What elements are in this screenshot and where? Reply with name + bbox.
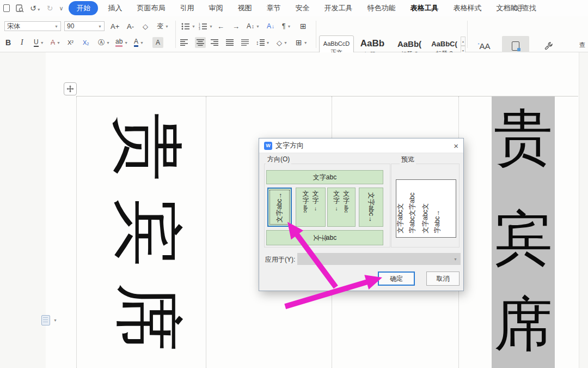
text-direction-dialog: W 文字方向 × 方向(O) 文字abc 文字abc→ 文字 abc 文字 ↓ … xyxy=(259,138,464,291)
highlight-color-button[interactable]: ab ▼ xyxy=(115,37,128,48)
wps-logo-icon: W xyxy=(264,142,272,150)
align-left-button[interactable] xyxy=(180,37,188,48)
styles-scroll-up-icon[interactable]: ▲ xyxy=(461,37,465,46)
edge-cropped-button[interactable]: 查 xyxy=(579,39,585,50)
aa-glyph: AA xyxy=(480,41,491,51)
justify-button[interactable] xyxy=(226,37,234,48)
selected-table-cell[interactable]: 贵 宾 席 xyxy=(492,96,555,368)
selected-char: 宾 xyxy=(492,201,555,277)
rotated-text-block[interactable]: 贵 宾 席 xyxy=(105,107,188,358)
dialog-titlebar[interactable]: W 文字方向 × xyxy=(259,138,463,153)
preview-column: 字abc文字abc xyxy=(409,192,416,233)
down-arrow-icon: ↓ xyxy=(311,206,320,212)
tab-special-features[interactable]: 特色功能 xyxy=(362,2,400,15)
redo-button[interactable]: ↻ xyxy=(47,4,53,12)
tab-view[interactable]: 视图 xyxy=(232,2,256,15)
insert-table-icon[interactable]: ⊞ xyxy=(300,21,307,32)
shading-button[interactable]: ◇ ▼ xyxy=(277,37,287,48)
vertical-cjk: 文字 xyxy=(312,190,320,204)
menu-bar: ↺▼ ↻ ∨ 开始 插入 页面布局 引用 审阅 视图 章节 安全 开发工具 特色… xyxy=(0,0,588,17)
sort-button[interactable]: A ↓ xyxy=(267,21,274,32)
caret-icon: ▼ xyxy=(284,41,287,45)
down-arrow-icon: → xyxy=(367,216,375,222)
caret-icon: ▼ xyxy=(54,25,58,28)
align-left-icon xyxy=(180,39,188,46)
font-name-value: 宋体 xyxy=(7,22,20,31)
file-icon[interactable] xyxy=(3,4,10,12)
caret-icon: ▼ xyxy=(165,25,169,28)
increase-indent-icon[interactable]: → xyxy=(232,21,240,32)
option-vertical-rl[interactable]: 文字 abc 文字 ↓ xyxy=(296,188,326,227)
font-size-select[interactable]: 90 ▼ xyxy=(64,21,105,31)
updown-icon: ↕ xyxy=(252,23,254,29)
apply-to-select[interactable]: ▼ xyxy=(297,253,461,265)
borders-button[interactable]: ⊞ ▼ xyxy=(296,37,308,48)
style-sample: AaBbCcD xyxy=(320,40,353,47)
caret-icon: ▼ xyxy=(304,41,308,45)
distribute-button[interactable] xyxy=(241,37,249,48)
option-horizontal[interactable]: 文字abc xyxy=(266,170,383,184)
grow-font-button[interactable]: A+ xyxy=(111,21,119,32)
print-preview-icon[interactable] xyxy=(16,4,24,13)
tab-references[interactable]: 引用 xyxy=(175,2,199,15)
customize-toolbar-button[interactable]: ∨ xyxy=(59,4,63,12)
subscript-button[interactable]: X₂ xyxy=(83,37,89,48)
caret-icon: ▼ xyxy=(256,25,260,28)
cancel-button[interactable]: 取消 xyxy=(426,272,460,286)
rotated-char: 席 xyxy=(106,275,187,359)
selected-char: 席 xyxy=(492,287,555,363)
bullets-button[interactable]: ▼ xyxy=(181,21,195,32)
option-vertical-lr[interactable]: 文字 ↓ 文字 abc xyxy=(327,188,356,227)
tab-home[interactable]: 开始 xyxy=(69,1,98,15)
tab-page-layout[interactable]: 页面布局 xyxy=(132,2,170,15)
dialog-title: 文字方向 xyxy=(275,141,304,150)
shrink-font-button[interactable]: A- xyxy=(127,21,134,32)
superscript-button[interactable]: X² xyxy=(68,37,74,48)
tab-security[interactable]: 安全 xyxy=(290,2,314,15)
text-effects-button[interactable]: Ⓐ ▼ xyxy=(98,37,110,48)
font-name-select[interactable]: 宋体 ▼ xyxy=(4,21,61,31)
decrease-indent-icon[interactable]: ← xyxy=(217,21,224,32)
option-rotate-down[interactable]: 文字abc→ xyxy=(359,188,383,227)
phonetic-guide-button[interactable]: 变 ▼ xyxy=(157,21,169,32)
text-direction-button[interactable]: A ↕ ▼ xyxy=(247,21,260,32)
page-settings-button[interactable]: ▼ xyxy=(41,315,57,325)
option-asian-rotated[interactable]: 文 字 abc xyxy=(266,230,383,245)
preview-column: 文字abc文 xyxy=(422,203,429,233)
tab-table-style[interactable]: 表格样式 xyxy=(448,2,486,15)
strikethrough-button[interactable]: A ▼ xyxy=(51,37,60,48)
italic-button[interactable]: I xyxy=(21,37,23,48)
justify-icon xyxy=(226,39,234,46)
bold-button[interactable]: B xyxy=(5,37,11,48)
align-right-button[interactable] xyxy=(211,37,218,48)
find-button[interactable]: 查找 xyxy=(513,0,536,16)
caret-icon: ▼ xyxy=(106,41,110,45)
underline-button[interactable]: U ▼ xyxy=(34,37,44,48)
tab-developer[interactable]: 开发工具 xyxy=(319,2,357,15)
phonetic-icon: 变 xyxy=(157,22,163,31)
tab-review[interactable]: 审阅 xyxy=(204,2,228,15)
style-sample: AaBbC( xyxy=(429,40,460,48)
font-color-icon: A xyxy=(134,38,138,47)
tab-insert[interactable]: 插入 xyxy=(103,2,127,15)
style-sample: AaBb xyxy=(355,38,390,49)
close-icon[interactable]: × xyxy=(454,142,458,150)
caret-icon: ▼ xyxy=(209,25,213,28)
direction-group-label: 方向(O) xyxy=(266,155,291,164)
tab-section[interactable]: 章节 xyxy=(261,2,285,15)
table-move-handle[interactable] xyxy=(64,82,77,95)
undo-button[interactable]: ↺▼ xyxy=(30,4,41,13)
align-center-button[interactable] xyxy=(195,37,206,48)
line-spacing-button[interactable]: ↕ ▼ xyxy=(256,37,270,48)
numbering-button[interactable]: 123 ▼ xyxy=(199,21,213,32)
font-color-button[interactable]: A ▼ xyxy=(134,37,144,48)
tab-table-tools[interactable]: 表格工具 xyxy=(405,2,443,15)
character-shading-button[interactable]: A xyxy=(152,37,163,48)
bullets-icon xyxy=(181,23,190,30)
paragraph-spacing-button[interactable]: ¶ ▼ xyxy=(282,21,291,32)
option-rotate-up-selected[interactable]: 文字abc→ xyxy=(267,188,292,227)
ok-button[interactable]: 确定 xyxy=(378,272,415,286)
caret-icon: ▼ xyxy=(287,25,291,28)
clear-format-icon[interactable]: ◇ xyxy=(143,21,148,32)
rotated-cjk-char: 字 xyxy=(318,234,327,241)
